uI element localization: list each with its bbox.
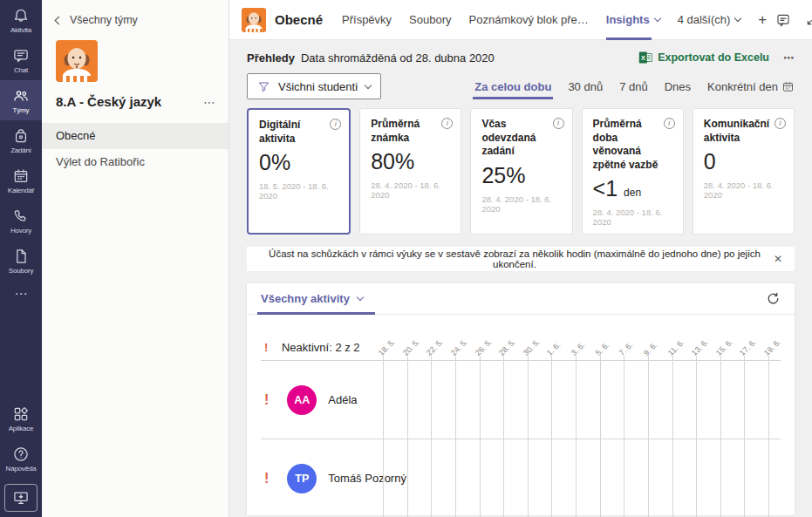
teams-icon: [12, 87, 30, 105]
date-tick: 1. 6.: [545, 341, 562, 357]
sidebar-item-assignments[interactable]: Zadání: [0, 120, 42, 160]
card-feedback-time[interactable]: Průměrná doba věnovaná zpětné vazbě i <1…: [582, 108, 684, 235]
sidebar-item-files[interactable]: Soubory: [0, 241, 42, 281]
channel-item-general[interactable]: Obecné: [42, 123, 229, 149]
files-icon: [12, 248, 30, 265]
time-tab-today[interactable]: Dnes: [665, 77, 691, 99]
insights-content: Přehledy Data shromážděná od 28. dubna 2…: [229, 40, 812, 517]
app-rail: Aktivita Chat Týmy Zadání Kalendář Hovor…: [0, 0, 42, 517]
header-icons: ⋯: [775, 12, 812, 28]
rail-more-button[interactable]: ⋯: [0, 281, 42, 307]
info-icon[interactable]: i: [774, 118, 786, 129]
chevron-down-icon: [357, 294, 364, 301]
help-icon: [12, 446, 30, 463]
chat-icon: [12, 47, 30, 65]
time-tab-7-days[interactable]: 7 dnů: [619, 77, 648, 99]
export-more-icon[interactable]: ⋯: [783, 51, 795, 65]
student-filter-dropdown[interactable]: Všichni studenti: [247, 73, 381, 99]
chart-axis-row: ! Neaktivní: 2 z 2 18. 5. 20. 5. 22. 5. …: [261, 318, 781, 360]
channel-panel: Všechny týmy 8.A - Český jazyk ⋯ Obecné …: [42, 0, 229, 517]
info-icon[interactable]: i: [553, 118, 564, 129]
tab-insights[interactable]: Insights: [606, 0, 660, 40]
sidebar-item-teams[interactable]: Týmy: [0, 80, 42, 120]
info-banner: Účast na schůzkách v rámci výuky se v se…: [247, 247, 795, 271]
calendar-icon: [781, 80, 795, 93]
excel-icon: X: [638, 51, 652, 65]
assignments-icon: [12, 127, 30, 145]
team-name: 8.A - Český jazyk: [56, 94, 203, 109]
date-tick: 17. 6.: [738, 337, 758, 357]
date-tick: 30. 5.: [522, 337, 542, 357]
date-tick: 20. 5.: [401, 337, 421, 357]
activity-panel: Všechny aktivity ! Neaktivní: 2 z 2 18. …: [247, 283, 795, 515]
metric-cards: Digitální aktivita i 0% 18. 5. 2020 - 18…: [247, 108, 795, 235]
back-to-all-teams[interactable]: Všechny týmy: [42, 0, 229, 33]
date-tick: 22. 5.: [425, 337, 445, 357]
close-icon[interactable]: ✕: [772, 253, 784, 265]
time-range-tabs: Za celou dobu 30 dnů 7 dnů Dnes Konkrétn…: [474, 77, 795, 99]
bell-icon: [12, 7, 30, 24]
avatar: TP: [287, 464, 317, 493]
chart-grid: ! AA Adéla ! TP Tomáš Pozorný: [261, 360, 781, 517]
channel-item-trip[interactable]: Výlet do Ratibořic: [42, 149, 229, 175]
all-activities-dropdown[interactable]: Všechny aktivity: [261, 283, 363, 315]
inactive-summary: ! Neaktivní: 2 z 2: [264, 341, 360, 354]
tab-more[interactable]: 4 další(ch): [678, 0, 741, 40]
channel-header: Obecné Příspěvky Soubory Poznámkový blok…: [229, 0, 812, 40]
date-tick: 26. 5.: [473, 337, 493, 357]
ellipsis-icon: ⋯: [15, 286, 28, 302]
team-more-icon[interactable]: ⋯: [203, 95, 216, 109]
sidebar-item-calendar[interactable]: Kalendář: [0, 160, 42, 201]
channel-avatar: [242, 8, 266, 32]
sidebar-item-apps[interactable]: Aplikace: [0, 398, 42, 439]
svg-text:X: X: [641, 54, 645, 62]
date-tick: 18. 5.: [377, 337, 397, 357]
tab-files[interactable]: Soubory: [409, 0, 451, 40]
conversation-icon[interactable]: [775, 12, 791, 28]
team-name-row: 8.A - Český jazyk ⋯: [42, 89, 229, 123]
overview-title: Přehledy: [247, 51, 295, 65]
refresh-icon[interactable]: [766, 291, 781, 306]
date-tick: 7. 6.: [618, 341, 634, 357]
tab-notebook[interactable]: Poznámkový blok pře…: [469, 0, 589, 40]
sidebar-item-help[interactable]: Nápověda: [0, 439, 42, 479]
card-communication-activity[interactable]: Komunikační aktivita i 0 28. 4. 2020 - 1…: [693, 108, 795, 235]
sidebar-item-chat[interactable]: Chat: [0, 40, 42, 80]
card-average-grade[interactable]: Průměrná známka i 80% 28. 4. 2020 - 18. …: [359, 108, 461, 235]
banner-text: Účast na schůzkách v rámci výuky se v se…: [257, 248, 772, 269]
date-tick: 15. 6.: [714, 337, 734, 357]
team-avatar[interactable]: [56, 40, 98, 82]
info-icon[interactable]: i: [664, 118, 675, 129]
apps-icon: [12, 405, 30, 423]
export-to-excel-button[interactable]: X Exportovat do Excelu: [638, 51, 769, 65]
expand-icon[interactable]: [805, 13, 812, 27]
overview-row: Přehledy Data shromážděná od 28. dubna 2…: [247, 51, 795, 65]
add-tab-button[interactable]: +: [758, 11, 767, 29]
time-tab-30-days[interactable]: 30 dnů: [568, 77, 603, 99]
date-tick: 28. 5.: [497, 337, 517, 357]
student-name: Tomáš Pozorný: [328, 472, 406, 485]
download-desktop-icon: [12, 489, 30, 507]
filter-row: Všichni studenti Za celou dobu 30 dnů 7 …: [247, 73, 795, 99]
sidebar-item-calls[interactable]: Hovory: [0, 201, 42, 241]
chevron-down-icon: [734, 15, 741, 22]
alert-icon: !: [264, 471, 269, 486]
date-tick: 19. 6.: [762, 337, 782, 357]
date-tick: 5. 6.: [594, 341, 611, 357]
card-digital-activity[interactable]: Digitální aktivita i 0% 18. 5. 2020 - 18…: [247, 108, 351, 235]
download-desktop-button[interactable]: [4, 484, 38, 512]
card-on-time-assignments[interactable]: Včas odevzdaná zadání i 25% 28. 4. 2020 …: [470, 108, 572, 235]
funnel-icon: [257, 80, 270, 93]
activity-chart: ! Neaktivní: 2 z 2 18. 5. 20. 5. 22. 5. …: [247, 315, 795, 515]
tab-posts[interactable]: Příspěvky: [342, 0, 392, 40]
time-tab-all-time[interactable]: Za celou dobu: [474, 77, 551, 99]
student-row-tomas[interactable]: ! TP Tomáš Pozorný: [261, 439, 781, 517]
chevron-left-icon: [55, 16, 64, 24]
time-tab-specific-day[interactable]: Konkrétní den: [707, 77, 795, 99]
student-row-adela[interactable]: ! AA Adéla: [261, 361, 781, 439]
date-tick: 3. 6.: [570, 341, 586, 357]
avatar: AA: [287, 385, 317, 415]
sidebar-item-activity[interactable]: Aktivita: [0, 0, 42, 40]
date-tick: 24. 5.: [449, 337, 469, 357]
main-area: Obecné Příspěvky Soubory Poznámkový blok…: [229, 0, 812, 517]
